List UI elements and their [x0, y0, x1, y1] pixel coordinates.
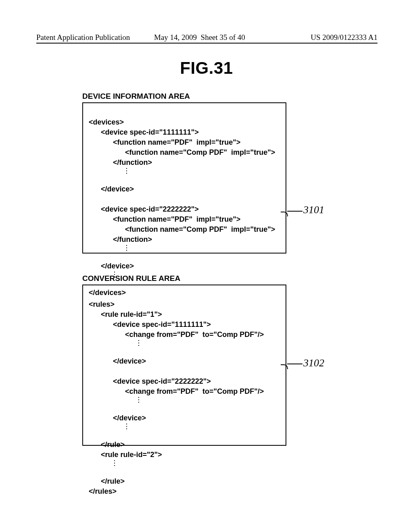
ellipsis [89, 423, 281, 430]
code-line: </rule> [89, 440, 125, 450]
code-line: </device> [89, 184, 134, 194]
header-date-sheet: May 14, 2009 Sheet 35 of 40 [154, 33, 245, 42]
header-pubnumber: US 2009/0122333 A1 [311, 33, 378, 42]
code-line: </device> [89, 356, 146, 366]
ellipsis [89, 168, 281, 174]
code-line: <device spec-id="1111111"> [89, 127, 199, 137]
device-area-box: <devices> <device spec-id="1111111"> <fu… [82, 102, 286, 254]
code-line: </rules> [89, 487, 117, 495]
code-line: <function name="Comp PDF" impl="true"> [89, 148, 275, 158]
code-line: </function> [89, 158, 152, 168]
code-line: <change from="PDF" to="Comp PDF"/> [89, 387, 264, 397]
code-line: <function name="Comp PDF" impl="true"> [89, 224, 275, 235]
code-line: <device spec-id="2222222"> [89, 376, 211, 387]
ellipsis [89, 460, 281, 466]
code-line: <function name="PDF" impl="true"> [89, 214, 240, 224]
device-area-label: DEVICE INFORMATION AREA [82, 92, 190, 101]
patent-page: Patent Application Publication May 14, 2… [0, 0, 413, 532]
code-line: </rule> [89, 476, 125, 486]
code-line: <rules> [89, 300, 115, 308]
header-date: May 14, 2009 [154, 33, 197, 42]
code-line: </device> [89, 261, 134, 271]
code-line: <device spec-id="1111111"> [89, 320, 211, 330]
ellipsis [89, 397, 281, 403]
ellipsis [89, 340, 281, 346]
rule-area-box: <rules> <rule rule-id="1"> <device spec-… [82, 285, 286, 446]
reference-number-3101: 3101 [303, 204, 324, 216]
header-publication: Patent Application Publication [36, 33, 130, 42]
header-sheet: Sheet 35 of 40 [201, 33, 245, 42]
code-line: <rule rule-id="1"> [89, 310, 162, 320]
figure-title: FIG.31 [0, 58, 413, 78]
reference-leader [287, 364, 302, 364]
code-line: <rule rule-id="2"> [89, 450, 162, 460]
code-line: <device spec-id="2222222"> [89, 204, 199, 214]
rule-area-label: CONVERSION RULE AREA [82, 274, 180, 283]
reference-number-3102: 3102 [303, 357, 324, 369]
reference-leader [287, 211, 302, 212]
code-line: <change from="PDF" to="Comp PDF"/> [89, 330, 264, 340]
code-line: <function name="PDF" impl="true"> [89, 137, 240, 148]
header-rule [36, 43, 378, 44]
page-header: Patent Application Publication May 14, 2… [36, 33, 378, 42]
code-line: <devices> [89, 118, 124, 126]
ellipsis [89, 245, 281, 251]
code-line: </device> [89, 413, 146, 423]
code-line: </function> [89, 235, 152, 245]
